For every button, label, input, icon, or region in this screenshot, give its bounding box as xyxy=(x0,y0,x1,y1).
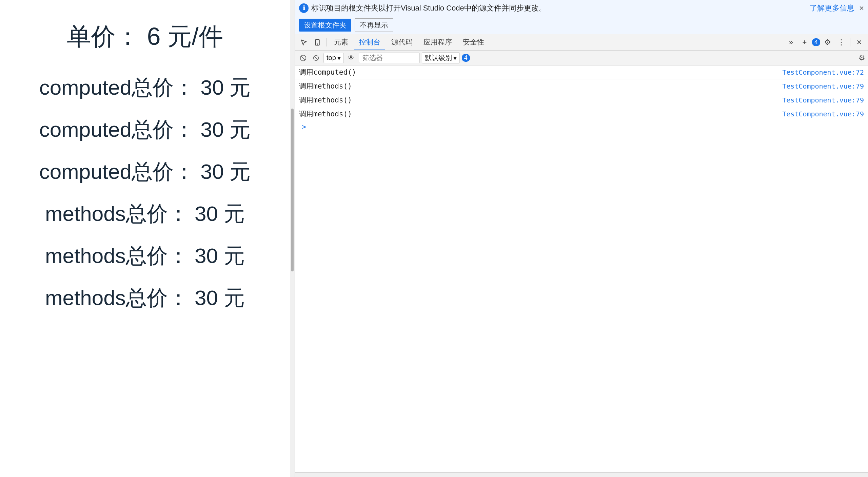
toolbar-separator xyxy=(326,38,327,46)
methods-price-3: methods总价： 30 元 xyxy=(45,284,245,312)
dismiss-button[interactable]: 不再显示 xyxy=(355,18,393,32)
setup-root-folder-button[interactable]: 设置根文件夹 xyxy=(299,19,351,32)
console-badge-count: 4 xyxy=(462,54,470,62)
tab-security[interactable]: 安全性 xyxy=(458,34,489,50)
log-link-2[interactable]: TestComponent.vue:79 xyxy=(782,96,864,104)
notification-badge: 4 xyxy=(812,38,820,46)
page-scrollbar[interactable] xyxy=(290,0,295,477)
filter-input[interactable] xyxy=(359,53,420,63)
left-panel: 单价： 6 元/件 computed总价： 30 元 computed总价： 3… xyxy=(0,0,290,477)
toolbar-separator-2 xyxy=(850,38,850,46)
context-label: top xyxy=(327,54,336,62)
log-entry-3: 调用methods() TestComponent.vue:79 xyxy=(295,107,868,121)
clear-console-icon[interactable] xyxy=(298,53,309,63)
tab-sources[interactable]: 源代码 xyxy=(387,34,417,50)
info-icon: ℹ xyxy=(299,3,309,13)
log-entry-1: 调用methods() TestComponent.vue:79 xyxy=(295,79,868,93)
eye-icon[interactable]: 👁 xyxy=(346,53,357,63)
settings-icon[interactable]: ⚙ xyxy=(822,36,834,49)
filter-toggle-icon[interactable] xyxy=(311,53,321,63)
log-entry-2: 调用methods() TestComponent.vue:79 xyxy=(295,93,868,107)
scrollbar-thumb[interactable] xyxy=(291,109,294,271)
learn-more-link[interactable]: 了解更多信息 xyxy=(810,3,854,13)
svg-line-5 xyxy=(314,56,318,60)
console-prompt-row[interactable]: > xyxy=(295,121,868,132)
more-tabs-icon[interactable]: » xyxy=(785,36,797,49)
inspect-element-icon[interactable] xyxy=(298,36,310,49)
methods-price-2: methods总价： 30 元 xyxy=(45,242,245,270)
action-bar: 设置根文件夹 不再显示 xyxy=(295,16,868,34)
log-link-1[interactable]: TestComponent.vue:79 xyxy=(782,82,864,90)
console-prompt-arrow: > xyxy=(299,121,309,132)
devtools-bottom-scrollbar[interactable] xyxy=(295,472,868,477)
device-toggle-icon[interactable] xyxy=(311,36,323,49)
tab-application[interactable]: 应用程序 xyxy=(419,34,457,50)
console-secondary-toolbar: top ▾ 👁 默认级别 ▾ 4 ⚙ xyxy=(295,51,868,65)
log-link-0[interactable]: TestComponent.vue:72 xyxy=(782,68,864,76)
svg-point-1 xyxy=(317,44,318,44)
chevron-down-icon: ▾ xyxy=(337,54,341,62)
log-text-0: 调用computed() xyxy=(299,68,356,77)
level-label: 默认级别 xyxy=(425,53,452,62)
log-link-3[interactable]: TestComponent.vue:79 xyxy=(782,110,864,118)
svg-line-3 xyxy=(301,56,305,60)
log-level-selector[interactable]: 默认级别 ▾ xyxy=(422,52,460,63)
info-bar: ℹ 标识项目的根文件夹以打开Visual Studio Code中的源文件并同步… xyxy=(295,0,868,16)
tab-console[interactable]: 控制台 xyxy=(354,34,385,50)
context-selector[interactable]: top ▾ xyxy=(323,53,344,63)
log-text-2: 调用methods() xyxy=(299,95,352,105)
info-bar-text: 标识项目的根文件夹以打开Visual Studio Code中的源文件并同步更改… xyxy=(311,3,807,13)
console-gear-icon[interactable]: ⚙ xyxy=(859,54,865,62)
close-devtools-icon[interactable]: × xyxy=(853,36,865,49)
log-text-3: 调用methods() xyxy=(299,109,352,119)
log-entry-0: 调用computed() TestComponent.vue:72 xyxy=(295,65,868,79)
devtools-toolbar: 元素 控制台 源代码 应用程序 安全性 » + 4 ⚙ ⋮ × xyxy=(295,34,868,51)
log-text-1: 调用methods() xyxy=(299,81,352,91)
info-bar-close-icon[interactable]: × xyxy=(859,3,864,13)
add-tab-icon[interactable]: + xyxy=(798,36,811,49)
computed-price-2: computed总价： 30 元 xyxy=(39,115,251,144)
tab-elements[interactable]: 元素 xyxy=(329,34,353,50)
computed-price-3: computed总价： 30 元 xyxy=(39,157,251,186)
computed-price-1: computed总价： 30 元 xyxy=(39,73,251,102)
devtools-panel: ℹ 标识项目的根文件夹以打开Visual Studio Code中的源文件并同步… xyxy=(295,0,868,477)
chevron-down-icon-2: ▾ xyxy=(453,54,457,62)
unit-price-display: 单价： 6 元/件 xyxy=(67,20,223,53)
methods-price-1: methods总价： 30 元 xyxy=(45,199,245,228)
more-actions-icon[interactable]: ⋮ xyxy=(835,36,847,49)
console-log-area: 调用computed() TestComponent.vue:72 调用meth… xyxy=(295,65,868,472)
